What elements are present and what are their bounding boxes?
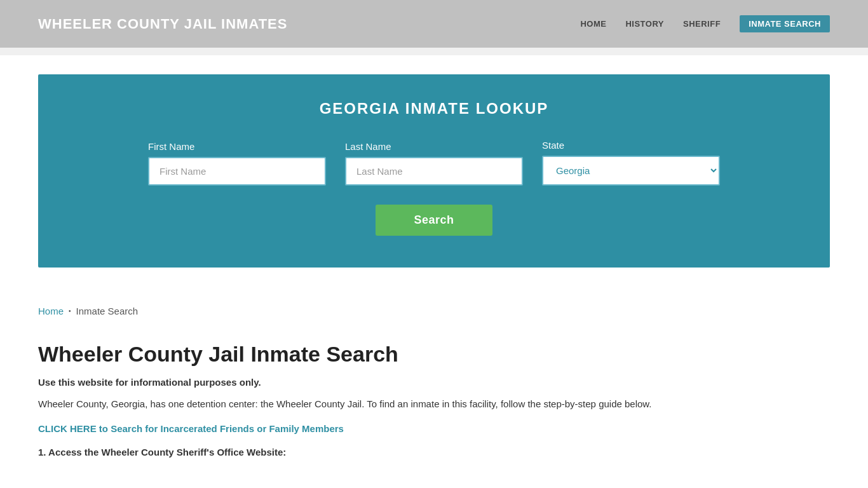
nav-home[interactable]: HOME xyxy=(580,19,606,29)
page-heading: Wheeler County Jail Inmate Search xyxy=(38,342,830,367)
breadcrumb-home-link[interactable]: Home xyxy=(38,306,64,316)
subheader-stripe xyxy=(0,48,868,55)
nav-inmate-search[interactable]: INMATE SEARCH xyxy=(740,15,830,32)
first-name-group: First Name xyxy=(148,141,326,186)
click-here-link[interactable]: CLICK HERE to Search for Incarcerated Fr… xyxy=(38,423,830,434)
last-name-label: Last Name xyxy=(345,141,523,152)
state-select[interactable]: Georgia xyxy=(542,156,720,186)
site-title: WHEELER COUNTY JAIL INMATES xyxy=(38,16,287,32)
form-row: First Name Last Name State Georgia xyxy=(70,140,798,186)
lookup-section: GEORGIA INMATE LOOKUP First Name Last Na… xyxy=(38,74,830,268)
page-description: Wheeler County, Georgia, has one detenti… xyxy=(38,396,830,412)
main-nav: HOME HISTORY SHERIFF INMATE SEARCH xyxy=(580,15,830,32)
search-btn-row: Search xyxy=(70,205,798,236)
state-group: State Georgia xyxy=(542,140,720,186)
lookup-title: GEORGIA INMATE LOOKUP xyxy=(70,100,798,118)
first-name-label: First Name xyxy=(148,141,326,152)
search-button[interactable]: Search xyxy=(376,205,492,236)
step-1: 1. Access the Wheeler County Sheriff's O… xyxy=(38,447,830,458)
breadcrumb-separator: • xyxy=(69,308,71,315)
first-name-input[interactable] xyxy=(148,157,326,186)
page-subtitle: Use this website for informational purpo… xyxy=(38,377,830,388)
last-name-group: Last Name xyxy=(345,141,523,186)
last-name-input[interactable] xyxy=(345,157,523,186)
breadcrumb: Home • Inmate Search xyxy=(38,306,830,316)
state-label: State xyxy=(542,140,720,151)
nav-history[interactable]: HISTORY xyxy=(625,19,664,29)
nav-sheriff[interactable]: SHERIFF xyxy=(683,19,721,29)
breadcrumb-current: Inmate Search xyxy=(76,306,139,316)
site-header: WHEELER COUNTY JAIL INMATES HOME HISTORY… xyxy=(0,0,868,48)
main-content: Home • Inmate Search Wheeler County Jail… xyxy=(0,287,868,483)
